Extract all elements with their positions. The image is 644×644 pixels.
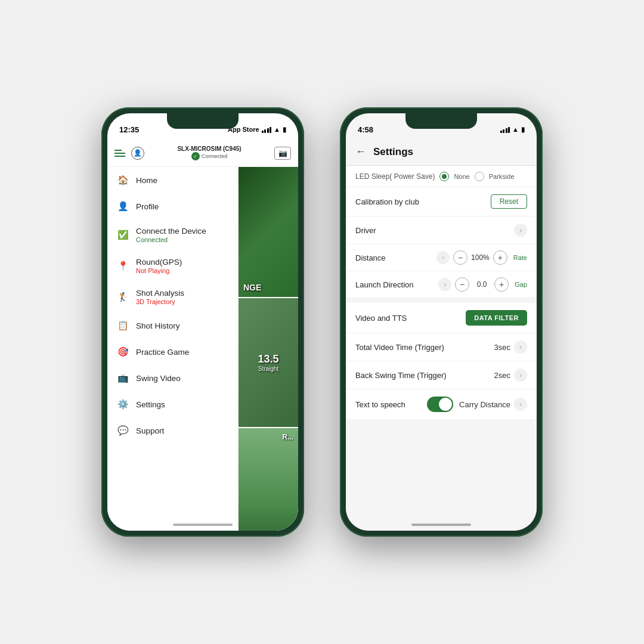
settings-title: Settings <box>373 146 413 158</box>
launch-row: Launch Direction › − 0.0 + Gap <box>346 271 537 298</box>
reset-button[interactable]: Reset <box>491 194 527 209</box>
sidebar-item-swing-video[interactable]: 📺 Swing Video <box>107 365 238 391</box>
main-layout: 🏠 Home 👤 Profile ✅ Connect the Device C <box>107 167 298 531</box>
calibration-label: Calibration by club <box>355 197 491 206</box>
hamburger-line3 <box>114 156 125 157</box>
preview-block-1: NGE <box>239 167 298 297</box>
user-avatar[interactable]: 👤 <box>131 147 144 160</box>
distance-chevron-icon[interactable]: › <box>436 251 450 264</box>
settings-icon: ⚙️ <box>117 398 129 410</box>
status-icons1: App Store ▲ ▮ <box>228 126 286 134</box>
preview-image-3: R... MORE... <box>239 428 298 531</box>
sidebar-item-profile[interactable]: 👤 Profile <box>107 193 238 219</box>
home-label: Home <box>136 176 157 185</box>
distance-row: Distance › − 100% + Rate <box>346 244 537 271</box>
profile-icon: 👤 <box>117 200 129 212</box>
distance-minus-button[interactable]: − <box>453 250 467 265</box>
round-label: Round(GPS) <box>136 258 182 267</box>
radio-dot <box>442 174 447 179</box>
launch-chevron-icon[interactable]: › <box>438 278 451 291</box>
home-bar1 <box>173 524 233 526</box>
content-preview: NGE 13.5 Straight R... MORE... <box>239 167 298 531</box>
launch-controls: › − 0.0 + Gap <box>438 277 527 292</box>
back-swing-chevron-icon: › <box>514 369 527 382</box>
connect-label: Connect the Device <box>136 227 206 236</box>
support-label: Support <box>136 426 164 435</box>
led-option2: Parkside <box>489 173 515 180</box>
led-radio-parkside[interactable] <box>475 172 484 181</box>
shot-history-icon: 📋 <box>117 320 129 332</box>
distance-label: Distance <box>355 253 436 262</box>
led-sleep-label: LED Sleep( Power Save) <box>355 172 435 181</box>
led-radio-none[interactable] <box>439 172 449 181</box>
total-video-chevron-icon: › <box>514 340 527 354</box>
preview-image-2: 13.5 Straight <box>239 298 298 427</box>
notch2 <box>405 113 477 129</box>
profile-label: Profile <box>136 202 159 211</box>
round-icon: 📍 <box>117 260 129 272</box>
app-header: 👤 SLX-MICROSIM (C945) ✓ Connected 📷 <box>107 140 298 167</box>
phone2: 4:58 ▲ ▮ ← Settings LED Sleep( P <box>340 107 543 537</box>
back-button[interactable]: ← <box>355 145 366 158</box>
settings-header: ← Settings <box>346 140 537 166</box>
driver-row[interactable]: Driver › <box>346 216 537 244</box>
home-icon: 🏠 <box>117 174 129 186</box>
driver-chevron-icon: › <box>514 224 527 237</box>
device-name: SLX-MICROSIM (C945) <box>144 145 274 152</box>
sidebar-item-shot-history[interactable]: 📋 Shot History <box>107 312 238 339</box>
sidebar-item-shot-analysis[interactable]: 🏌️ Shot Analysis 3D Trajectory <box>107 281 238 312</box>
time1: 12:35 <box>119 125 139 134</box>
settings-label: Settings <box>136 400 165 409</box>
header-center: SLX-MICROSIM (C945) ✓ Connected <box>144 145 274 160</box>
notch1 <box>167 113 239 129</box>
distance-controls: › − 100% + Rate <box>436 250 527 265</box>
led-option1: None <box>454 173 469 180</box>
tts-toggle[interactable] <box>427 397 453 412</box>
video-tts-label: Video and TTS <box>355 314 466 323</box>
practice-game-icon: 🎯 <box>117 346 129 358</box>
wifi-icon: ▲ <box>274 126 280 133</box>
preview-block-2: 13.5 Straight <box>239 297 298 427</box>
video-tts-row: Video and TTS DATA FILTER <box>346 303 537 333</box>
back-swing-row[interactable]: Back Swing Time (Trigger) 2sec › <box>346 361 537 389</box>
back-swing-value: 2sec <box>494 371 510 380</box>
support-icon: 💬 <box>117 425 129 436</box>
data-filter-button[interactable]: DATA FILTER <box>466 310 527 326</box>
distance-value: 100% <box>471 253 490 262</box>
wifi-icon2: ▲ <box>512 126 519 133</box>
battery-icon2: ▮ <box>521 126 525 134</box>
carry-distance-label: Carry Distance <box>459 400 510 409</box>
sidebar-item-round[interactable]: 📍 Round(GPS) Not Playing <box>107 250 238 281</box>
preview-block-3: R... MORE... <box>239 427 298 531</box>
total-video-row[interactable]: Total Video Time (Trigger) 3sec › <box>346 333 537 361</box>
swing-video-label: Swing Video <box>136 374 181 383</box>
shot-analysis-sublabel: 3D Trajectory <box>136 298 184 305</box>
sidebar-item-settings[interactable]: ⚙️ Settings <box>107 391 238 417</box>
hamburger-icon[interactable] <box>114 150 125 157</box>
distance-plus-button[interactable]: + <box>493 250 507 265</box>
status-icons2: ▲ ▮ <box>500 126 525 134</box>
launch-suffix: Gap <box>515 281 527 288</box>
carry-chevron-icon[interactable]: › <box>514 398 527 411</box>
toggle-knob <box>439 398 452 411</box>
tts-label: Text to speech <box>355 400 427 409</box>
device-status: ✓ Connected <box>144 152 274 160</box>
practice-game-label: Practice Game <box>136 348 189 357</box>
launch-minus-button[interactable]: − <box>455 277 469 292</box>
shot-analysis-icon: 🏌️ <box>117 291 129 303</box>
shot-analysis-label: Shot Analysis <box>136 289 184 298</box>
time2: 4:58 <box>358 125 373 134</box>
launch-label: Launch Direction <box>355 280 438 289</box>
connect-sublabel: Connected <box>136 236 206 243</box>
connected-icon: ✓ <box>191 152 200 160</box>
sidebar-item-support[interactable]: 💬 Support <box>107 417 238 444</box>
total-video-label: Total Video Time (Trigger) <box>355 343 494 352</box>
driver-label: Driver <box>355 226 514 235</box>
launch-plus-button[interactable]: + <box>494 277 509 292</box>
sidebar-item-home[interactable]: 🏠 Home <box>107 167 238 193</box>
sidebar-item-practice-game[interactable]: 🎯 Practice Game <box>107 339 238 365</box>
connect-icon: ✅ <box>117 229 129 241</box>
calibration-row: Calibration by club Reset <box>346 187 537 216</box>
camera-button[interactable]: 📷 <box>274 147 291 160</box>
sidebar-item-connect[interactable]: ✅ Connect the Device Connected <box>107 219 238 250</box>
